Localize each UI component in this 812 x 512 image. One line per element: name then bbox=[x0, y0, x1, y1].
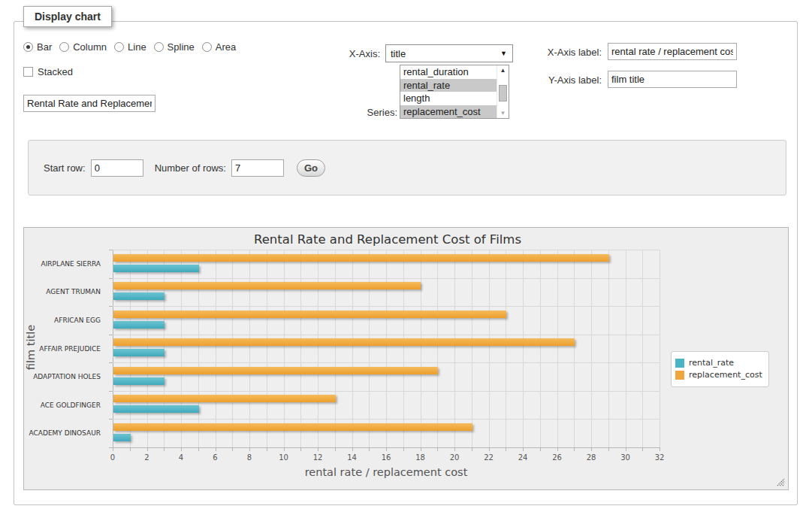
x-axis-tick bbox=[506, 447, 506, 451]
gridline-horizontal bbox=[113, 306, 660, 307]
bar-replacement_cost-airplane-sierra bbox=[113, 254, 609, 262]
chart-type-option-area[interactable]: Area bbox=[202, 41, 236, 53]
gridline-horizontal bbox=[113, 278, 660, 279]
x-tick-label: 4 bbox=[170, 453, 192, 462]
num-rows-input[interactable] bbox=[231, 159, 284, 177]
series-option-replacement_cost[interactable]: replacement_cost bbox=[400, 105, 497, 119]
panel-title: Display chart bbox=[23, 6, 112, 27]
x-axis-tick bbox=[147, 447, 148, 451]
bar-replacement_cost-african-egg bbox=[113, 311, 506, 318]
chart-container: Rental Rate and Replacement Cost of Film… bbox=[23, 227, 789, 490]
series-option-rental_duration[interactable]: rental_duration bbox=[400, 65, 497, 79]
gridline-vertical bbox=[198, 250, 199, 447]
gridline-vertical bbox=[437, 250, 438, 447]
category-label: AFRICAN EGG bbox=[24, 317, 107, 324]
series-option-length[interactable]: length bbox=[400, 92, 497, 105]
bar-rental_rate-academy-dinosaur bbox=[113, 434, 131, 441]
radio-line[interactable] bbox=[114, 42, 124, 52]
x-axis-tick bbox=[130, 447, 131, 451]
category-label: ADAPTATION HOLES bbox=[24, 373, 107, 380]
category-label: AFFAIR PREJUDICE bbox=[24, 345, 107, 353]
x-tick-label: 12 bbox=[306, 453, 329, 462]
x-axis-tick bbox=[369, 447, 370, 451]
series-options: rental_durationrental_ratelengthreplacem… bbox=[400, 65, 497, 118]
x-axis-tick bbox=[267, 447, 267, 451]
x-axis-tick bbox=[472, 447, 472, 451]
gridline-vertical bbox=[557, 250, 558, 447]
y-axis-label-input[interactable] bbox=[608, 71, 737, 88]
chart-type-options: BarColumnLineSplineArea bbox=[23, 41, 243, 53]
series-option-rental_rate[interactable]: rental_rate bbox=[400, 79, 497, 92]
scroll-up-icon[interactable]: ▲ bbox=[497, 65, 509, 75]
series-listbox[interactable]: rental_durationrental_ratelengthreplacem… bbox=[400, 65, 509, 119]
x-axis-tick bbox=[198, 447, 199, 451]
x-axis-tick bbox=[454, 447, 455, 451]
start-row-input[interactable] bbox=[91, 159, 143, 177]
x-axis-tick bbox=[557, 447, 558, 451]
chart-type-option-column[interactable]: Column bbox=[59, 41, 107, 53]
legend-label-rental_rate: rental_rate bbox=[689, 358, 734, 368]
stacked-option[interactable]: Stacked bbox=[23, 66, 73, 77]
radio-spline[interactable] bbox=[154, 42, 164, 52]
chart-title-input[interactable] bbox=[23, 95, 155, 112]
x-axis-selected-value: title bbox=[391, 48, 406, 59]
radio-label-bar: Bar bbox=[37, 41, 52, 53]
scrollbar-thumb[interactable] bbox=[499, 85, 507, 101]
y-axis-tick bbox=[109, 306, 113, 307]
x-axis-tick bbox=[403, 447, 404, 451]
gridline-vertical bbox=[403, 250, 404, 447]
series-scrollbar[interactable]: ▲ ▼ bbox=[497, 65, 509, 118]
radio-label-area: Area bbox=[216, 41, 236, 53]
legend-label-replacement_cost: replacement_cost bbox=[689, 370, 762, 380]
gridline-vertical bbox=[489, 250, 490, 447]
radio-column[interactable] bbox=[59, 42, 69, 52]
gridline-vertical bbox=[232, 250, 233, 447]
x-axis-tick bbox=[181, 447, 182, 451]
x-axis-tick bbox=[386, 447, 387, 451]
gridline-vertical bbox=[506, 250, 506, 447]
radio-area[interactable] bbox=[202, 42, 212, 52]
x-tick-label: 26 bbox=[546, 453, 569, 462]
x-tick-label: 32 bbox=[648, 453, 671, 462]
bar-rental_rate-agent-truman bbox=[113, 292, 165, 300]
chart-type-option-bar[interactable]: Bar bbox=[23, 41, 52, 53]
gridline-vertical bbox=[181, 250, 182, 447]
bar-rental_rate-affair-prejudice bbox=[113, 349, 165, 356]
bar-replacement_cost-ace-goldfinger bbox=[113, 395, 336, 402]
scroll-down-icon[interactable]: ▼ bbox=[497, 108, 509, 118]
chart-title: Rental Rate and Replacement Cost of Film… bbox=[26, 232, 750, 247]
radio-bar[interactable] bbox=[23, 42, 33, 52]
x-axis-tick bbox=[335, 447, 336, 451]
category-label: ACADEMY DINOSAUR bbox=[24, 429, 107, 437]
chart-type-option-line[interactable]: Line bbox=[114, 41, 146, 53]
x-tick-label: 28 bbox=[580, 453, 602, 462]
category-label: AIRPLANE SIERRA bbox=[24, 260, 107, 268]
x-tick-label: 6 bbox=[204, 453, 227, 462]
y-axis-tick bbox=[109, 250, 113, 250]
gridline-vertical bbox=[369, 250, 370, 447]
y-axis-tick bbox=[109, 278, 113, 279]
gridline-horizontal bbox=[113, 391, 660, 392]
x-tick-label: 24 bbox=[512, 453, 534, 462]
gridline-vertical bbox=[216, 250, 216, 447]
go-button[interactable]: Go bbox=[297, 159, 325, 177]
chart-type-option-spline[interactable]: Spline bbox=[154, 41, 195, 53]
x-axis-label-label: X-Axis label: bbox=[533, 47, 602, 58]
x-tick-label: 22 bbox=[478, 453, 500, 462]
y-axis-tick bbox=[109, 362, 113, 363]
num-rows-label: Number of rows: bbox=[155, 162, 226, 174]
x-axis-label-input[interactable] bbox=[608, 43, 737, 60]
bar-rental_rate-ace-goldfinger bbox=[113, 405, 199, 413]
gridline-vertical bbox=[352, 250, 353, 447]
resize-handle-icon[interactable] bbox=[776, 477, 785, 486]
category-label: AGENT TRUMAN bbox=[24, 288, 107, 295]
x-axis-tick bbox=[284, 447, 285, 451]
x-axis-tick bbox=[574, 447, 575, 451]
bar-rental_rate-african-egg bbox=[113, 321, 165, 329]
legend-item-replacement_cost[interactable]: replacement_cost bbox=[675, 370, 762, 380]
legend-item-rental_rate[interactable]: rental_rate bbox=[675, 358, 762, 368]
stacked-checkbox[interactable] bbox=[23, 67, 33, 77]
x-axis-tick bbox=[318, 447, 318, 451]
bar-replacement_cost-academy-dinosaur bbox=[113, 423, 472, 431]
x-axis-select[interactable]: title ▼ bbox=[385, 44, 513, 62]
